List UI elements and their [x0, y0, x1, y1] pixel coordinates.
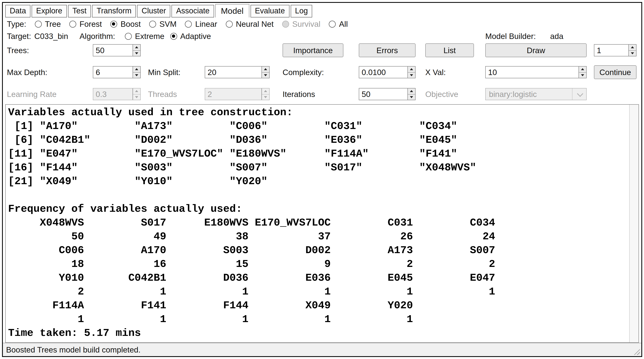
radio-option-forest[interactable]: Forest	[69, 19, 102, 29]
target-algorithm-row: Target: C033_bin Algorithm: Extreme Adap…	[7, 31, 638, 42]
draw-count-spin[interactable]: 1	[594, 44, 636, 56]
iterations-label: Iterations	[282, 87, 315, 101]
radio-linear-icon[interactable]	[185, 21, 192, 27]
radio-option-extreme[interactable]: Extreme	[125, 32, 164, 41]
iterations-spin[interactable]: 50	[359, 88, 416, 100]
console-output: Variables actually used in tree construc…	[6, 105, 638, 340]
continue-button[interactable]: Continue	[594, 65, 636, 79]
down-arrow-icon	[631, 52, 634, 54]
tab-test[interactable]: Test	[68, 5, 91, 18]
tab-evaluate[interactable]: Evaluate	[250, 5, 289, 18]
draw-button[interactable]: Draw	[485, 43, 587, 57]
objective-dropdown: binary:logistic	[485, 88, 587, 100]
radio-option-neural-net[interactable]: Neural Net	[226, 19, 274, 29]
tab-model[interactable]: Model	[215, 4, 249, 18]
tab-transform[interactable]: Transform	[92, 5, 136, 18]
radio-option-linear[interactable]: Linear	[185, 19, 217, 29]
radio-adaptive-icon[interactable]	[170, 33, 177, 40]
list-button[interactable]: List	[425, 43, 474, 57]
draw-count-spin-value[interactable]: 1	[594, 45, 628, 56]
radio-svm-label: SVM	[159, 19, 176, 29]
radio-option-survival: Survival	[282, 19, 320, 29]
down-arrow-icon	[410, 96, 413, 98]
model-builder-label: Model Builder:	[485, 32, 536, 41]
trees-spin[interactable]: 50	[93, 44, 141, 56]
radio-tree-icon[interactable]	[35, 21, 42, 27]
down-arrow-icon	[581, 74, 584, 76]
tab-data[interactable]: Data	[5, 5, 30, 18]
xval-spin[interactable]: 10	[485, 66, 587, 78]
radio-extreme-label: Extreme	[135, 32, 164, 41]
min-split-spin-up[interactable]	[262, 67, 269, 72]
errors-button[interactable]: Errors	[359, 43, 416, 57]
complexity-spin-up[interactable]	[408, 67, 415, 72]
trees-spin-up[interactable]	[133, 45, 140, 51]
radio-svm-icon[interactable]	[149, 21, 156, 27]
trees-row: Trees: 50 Importance Errors List Draw 1	[7, 43, 638, 57]
console-panel: Variables actually used in tree construc…	[5, 104, 639, 343]
tab-associate[interactable]: Associate	[172, 5, 214, 18]
radio-option-tree[interactable]: Tree	[35, 19, 61, 29]
tab-explore[interactable]: Explore	[32, 5, 67, 18]
up-arrow-icon	[410, 90, 413, 92]
max-depth-spin[interactable]: 6	[93, 66, 141, 78]
radio-option-boost[interactable]: Boost	[110, 19, 141, 29]
learning-rate-spin-value: 0.3	[93, 88, 132, 100]
iterations-spin-value[interactable]: 50	[359, 88, 408, 100]
min-split-spin-value[interactable]: 20	[205, 67, 262, 78]
threads-spin-down	[262, 94, 269, 100]
min-split-label: Min Split:	[148, 65, 180, 79]
max-depth-spin-value[interactable]: 6	[93, 67, 132, 78]
up-arrow-icon	[135, 68, 138, 70]
up-arrow-icon	[581, 68, 584, 70]
radio-forest-label: Forest	[80, 19, 102, 29]
radio-option-svm[interactable]: SVM	[149, 19, 176, 29]
min-split-spin[interactable]: 20	[205, 66, 270, 78]
radio-forest-icon[interactable]	[69, 21, 76, 27]
vertical-scrollbar[interactable]	[629, 105, 638, 342]
complexity-label: Complexity:	[282, 65, 324, 79]
objective-dropdown-button	[572, 88, 586, 100]
tab-cluster[interactable]: Cluster	[137, 5, 170, 18]
xval-spin-up[interactable]	[579, 67, 586, 72]
target-value: C033_bin	[34, 32, 68, 41]
draw-count-spin-down[interactable]	[629, 51, 636, 56]
radio-neural-net-icon[interactable]	[226, 21, 232, 27]
resize-grip-icon[interactable]	[634, 349, 640, 355]
draw-count-spin-buttons	[628, 45, 636, 56]
down-arrow-icon	[135, 74, 138, 76]
up-arrow-icon	[135, 90, 138, 92]
complexity-spin-value[interactable]: 0.0100	[359, 67, 408, 78]
draw-count-spin-up[interactable]	[629, 45, 636, 51]
iterations-spin-up[interactable]	[408, 88, 415, 94]
radio-tree-label: Tree	[45, 19, 61, 29]
max-depth-spin-down[interactable]	[133, 72, 140, 78]
importance-button[interactable]: Importance	[282, 43, 344, 57]
radio-boost-icon[interactable]	[110, 21, 117, 27]
complexity-spin-down[interactable]	[408, 72, 415, 78]
iterations-spin-buttons	[408, 88, 415, 100]
trees-spin-buttons	[132, 45, 140, 56]
radio-linear-label: Linear	[195, 19, 217, 29]
max-depth-spin-up[interactable]	[133, 67, 140, 72]
iterations-spin-down[interactable]	[408, 94, 415, 100]
xval-spin-down[interactable]	[579, 72, 586, 78]
radio-all-icon[interactable]	[329, 21, 336, 27]
down-arrow-icon	[264, 96, 267, 98]
type-label: Type:	[7, 19, 26, 29]
learning-rate-spin-down	[133, 94, 140, 100]
complexity-spin[interactable]: 0.0100	[359, 66, 416, 78]
trees-spin-value[interactable]: 50	[93, 45, 132, 56]
min-split-spin-down[interactable]	[262, 72, 269, 78]
radio-option-all[interactable]: All	[329, 19, 348, 29]
up-arrow-icon	[631, 47, 634, 49]
screen: Data Explore Test Transform Cluster Asso…	[0, 0, 644, 359]
threads-spin-buttons	[262, 88, 269, 100]
radio-option-adaptive[interactable]: Adaptive	[170, 32, 211, 41]
tab-log[interactable]: Log	[290, 5, 312, 18]
max-depth-spin-buttons	[132, 67, 140, 78]
xval-spin-value[interactable]: 10	[486, 67, 578, 78]
trees-spin-down[interactable]	[133, 51, 140, 56]
max-depth-label: Max Depth:	[7, 65, 47, 79]
radio-extreme-icon[interactable]	[125, 33, 132, 40]
